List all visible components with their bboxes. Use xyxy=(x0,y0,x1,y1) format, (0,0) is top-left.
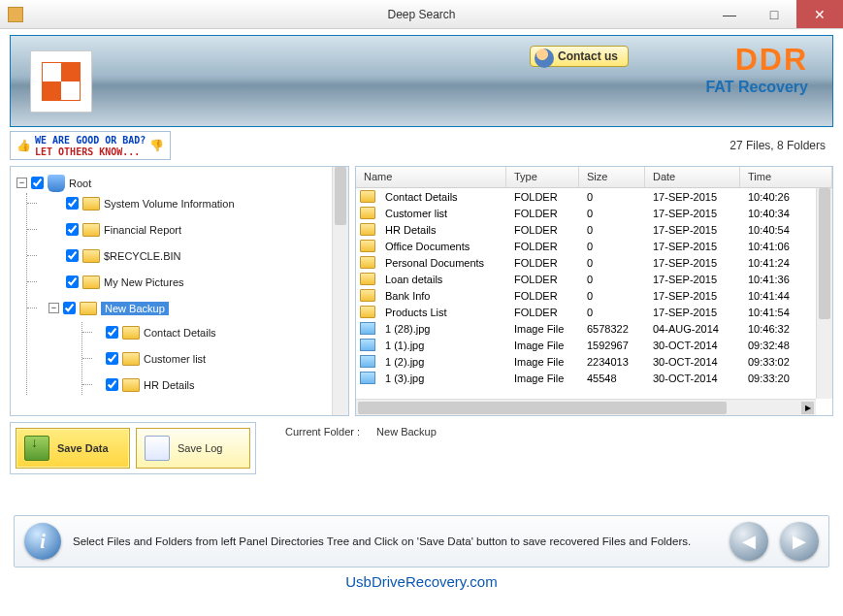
cell-type: FOLDER xyxy=(506,274,579,285)
cell-name: Personal Documents xyxy=(377,257,506,269)
save-icon xyxy=(24,436,49,461)
cell-date: 17-SEP-2015 xyxy=(645,307,740,318)
window-controls: — □ ✕ xyxy=(707,0,843,28)
forward-button[interactable]: ▶ xyxy=(780,522,819,561)
tree-checkbox[interactable] xyxy=(31,177,44,189)
list-hscrollbar[interactable]: ▶ xyxy=(356,399,816,415)
header-band: Contact us DDR FAT Recovery xyxy=(10,35,833,127)
tree-checkbox[interactable] xyxy=(66,249,79,262)
cell-size: 1592967 xyxy=(579,340,645,351)
cell-type: FOLDER xyxy=(506,307,579,318)
list-row[interactable]: Office DocumentsFOLDER017-SEP-201510:41:… xyxy=(356,238,832,254)
feedback-line2: LET OTHERS KNOW... xyxy=(35,146,140,157)
cell-size: 0 xyxy=(579,208,645,219)
minimize-button[interactable]: — xyxy=(707,0,752,28)
list-row[interactable]: 1 (2).jpgImage File223401330-OCT-201409:… xyxy=(356,353,832,370)
cell-size: 6578322 xyxy=(579,323,645,335)
tree-item-label[interactable]: My New Pictures xyxy=(104,276,184,288)
list-row[interactable]: 1 (1).jpgImage File159296730-OCT-201409:… xyxy=(356,337,832,353)
col-date[interactable]: Date xyxy=(645,167,740,187)
tree-root-label[interactable]: Root xyxy=(69,178,91,189)
cell-name: Bank Info xyxy=(377,290,506,302)
cell-time: 10:41:06 xyxy=(740,241,797,252)
brand-subtitle: FAT Recovery xyxy=(705,79,808,96)
scrollbar-thumb[interactable] xyxy=(358,402,727,414)
folder-icon xyxy=(360,306,375,318)
col-time[interactable]: Time xyxy=(740,167,832,187)
footer-link[interactable]: UsbDriveRecovery.com xyxy=(0,573,843,590)
scroll-right-icon[interactable]: ▶ xyxy=(801,402,814,414)
cell-size: 0 xyxy=(579,191,645,203)
tree-checkbox[interactable] xyxy=(66,276,79,288)
tree-checkbox[interactable] xyxy=(106,326,118,339)
folder-icon xyxy=(82,249,100,263)
list-row[interactable]: 1 (28).jpgImage File657832204-AUG-201410… xyxy=(356,320,832,337)
cell-type: FOLDER xyxy=(506,208,579,219)
tree-checkbox[interactable] xyxy=(66,223,79,236)
col-name[interactable]: Name xyxy=(356,167,506,187)
list-row[interactable]: Loan detailsFOLDER017-SEP-201510:41:36 xyxy=(356,271,832,287)
col-type[interactable]: Type xyxy=(506,167,579,187)
tree-item-label[interactable]: Customer list xyxy=(144,353,206,365)
info-icon: i xyxy=(24,523,61,560)
cell-time: 10:46:32 xyxy=(740,323,797,335)
cell-date: 30-OCT-2014 xyxy=(645,373,740,384)
cell-type: Image File xyxy=(506,323,579,335)
list-row[interactable]: Bank InfoFOLDER017-SEP-201510:41:44 xyxy=(356,287,832,304)
tree-item-label[interactable]: System Volume Information xyxy=(104,198,235,210)
tree-checkbox[interactable] xyxy=(66,197,79,210)
tree-item-label[interactable]: Contact Details xyxy=(144,327,216,339)
button-pair: Save Data Save Log xyxy=(10,422,256,474)
folder-icon xyxy=(360,223,375,236)
expander-icon[interactable]: − xyxy=(16,178,27,188)
folder-icon xyxy=(122,378,140,392)
drive-icon xyxy=(48,175,65,192)
col-size[interactable]: Size xyxy=(579,167,645,187)
tree-checkbox[interactable] xyxy=(106,378,118,391)
tree-item-label[interactable]: $RECYCLE.BIN xyxy=(104,250,180,262)
list-row[interactable]: Products ListFOLDER017-SEP-201510:41:54 xyxy=(356,304,832,320)
maximize-button[interactable]: □ xyxy=(752,0,796,28)
cell-type: FOLDER xyxy=(506,257,579,269)
scrollbar-thumb[interactable] xyxy=(335,167,346,225)
tree-scrollbar[interactable] xyxy=(332,167,348,415)
save-data-button[interactable]: Save Data xyxy=(16,428,130,469)
info-text: Select Files and Folders from left Panel… xyxy=(73,535,718,547)
list-row[interactable]: Contact DetailsFOLDER017-SEP-201510:40:2… xyxy=(356,188,832,205)
folder-icon xyxy=(82,276,100,289)
contact-us-button[interactable]: Contact us xyxy=(530,46,629,67)
list-body: Contact DetailsFOLDER017-SEP-201510:40:2… xyxy=(356,188,832,415)
list-row[interactable]: 1 (3).jpgImage File4554830-OCT-201409:33… xyxy=(356,370,832,386)
cell-size: 0 xyxy=(579,307,645,318)
tree-body: − Root System Volume Information Financi… xyxy=(11,167,332,415)
current-folder: Current Folder : New Backup xyxy=(285,422,437,438)
feedback-link[interactable]: 👍 WE ARE GOOD OR BAD? LET OTHERS KNOW...… xyxy=(10,131,171,160)
list-row[interactable]: Customer listFOLDER017-SEP-201510:40:34 xyxy=(356,205,832,221)
save-log-button[interactable]: Save Log xyxy=(136,428,250,469)
cell-size: 0 xyxy=(579,257,645,269)
back-button[interactable]: ◀ xyxy=(730,522,768,561)
scrollbar-thumb[interactable] xyxy=(819,188,830,319)
cell-name: Products List xyxy=(377,307,506,318)
cell-time: 09:32:48 xyxy=(740,340,797,351)
tree-item-label[interactable]: Financial Report xyxy=(104,224,181,236)
titlebar: Deep Search — □ ✕ xyxy=(0,0,843,29)
folder-icon xyxy=(82,197,100,211)
tree-item-selected[interactable]: New Backup xyxy=(101,302,169,315)
list-vscrollbar[interactable] xyxy=(816,188,832,399)
cell-time: 09:33:20 xyxy=(740,373,797,384)
image-icon xyxy=(360,372,375,384)
feedback-row: 👍 WE ARE GOOD OR BAD? LET OTHERS KNOW...… xyxy=(10,131,833,160)
list-row[interactable]: HR DetailsFOLDER017-SEP-201510:40:54 xyxy=(356,221,832,238)
cell-date: 17-SEP-2015 xyxy=(645,290,740,302)
close-button[interactable]: ✕ xyxy=(796,0,843,28)
list-row[interactable]: Personal DocumentsFOLDER017-SEP-201510:4… xyxy=(356,254,832,271)
expander-icon[interactable]: − xyxy=(49,303,59,313)
folder-icon xyxy=(122,326,140,340)
tree-checkbox[interactable] xyxy=(63,302,76,314)
log-icon xyxy=(145,436,170,461)
cell-type: FOLDER xyxy=(506,241,579,252)
tree-checkbox[interactable] xyxy=(106,352,118,365)
tree-item-label[interactable]: HR Details xyxy=(144,379,195,391)
cell-name: Contact Details xyxy=(377,191,506,203)
